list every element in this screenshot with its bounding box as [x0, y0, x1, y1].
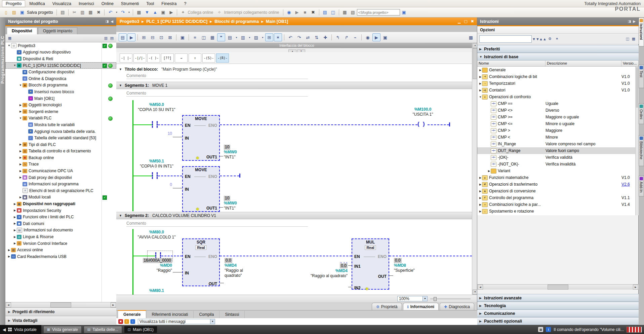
- cut-button[interactable]: ✂: [71, 9, 78, 16]
- box-subtitle[interactable]: Real: [195, 245, 206, 250]
- contact-address[interactable]: %M80.0: [149, 230, 164, 234]
- block-properties-button[interactable]: ▩: [467, 33, 475, 41]
- error-filter-icon[interactable]: ✖: [118, 319, 123, 324]
- message-filter-dropdown[interactable]: Visualizza tutti i messaggi ▼: [138, 319, 215, 324]
- block-title-row[interactable]: ▼ Titolo del blocco: "Main Program Sweep…: [116, 66, 472, 73]
- chevron-right-icon[interactable]: ▶: [19, 110, 22, 113]
- side-tab-ordini[interactable]: Ordini: [639, 103, 644, 124]
- in-value[interactable]: 0: [170, 182, 172, 187]
- contact-no-button[interactable]: -| |-: [120, 53, 132, 63]
- open-in-editor-button[interactable]: ▶: [127, 33, 135, 41]
- in2-address[interactable]: %MD4: [335, 268, 348, 273]
- section-istruzioni-avanzate[interactable]: ▶Istruzioni avanzate: [477, 294, 639, 302]
- instruction-row-contatori[interactable]: ▶+1ContatoriV1.0: [477, 87, 635, 94]
- inspector-tab-diagnostics[interactable]: ✚Diagnostica: [440, 303, 474, 310]
- chevron-right-icon[interactable]: ▶: [19, 163, 22, 166]
- chevron-right-icon[interactable]: ▶: [13, 235, 16, 238]
- collapse-icon[interactable]: ▼: [119, 68, 122, 71]
- reference-projects-bar[interactable]: ▶ Progetti di riferimento: [5, 307, 116, 316]
- chevron-right-icon[interactable]: ▶: [479, 183, 482, 186]
- split-horizontal-button[interactable]: ▤: [321, 9, 329, 16]
- scroll-left-icon[interactable]: ◀: [6, 302, 11, 307]
- insert-row-button[interactable]: ⊡: [157, 33, 165, 41]
- tree-item-informazioni-sul-documento[interactable]: ▶▤Informazioni sul documento: [5, 227, 116, 234]
- contact-address[interactable]: %M50.1: [149, 159, 164, 163]
- side-tab-test[interactable]: Test: [639, 65, 644, 88]
- device-overview-icon[interactable]: ▦: [7, 35, 13, 41]
- chevron-right-icon[interactable]: ▶: [19, 176, 22, 179]
- tree-item-card-reader-memoria-usb[interactable]: ▶▭Card Reader/memoria USB: [5, 253, 116, 260]
- tree-item-variabili-plc[interactable]: ▼▥Variabili PLC: [5, 115, 116, 122]
- menu-tool[interactable]: Tool: [143, 1, 157, 7]
- chevron-right-icon[interactable]: ▶: [13, 229, 16, 232]
- coil-address[interactable]: %M100.0: [414, 107, 432, 112]
- favorites-star-icon[interactable]: ✶: [554, 36, 560, 42]
- move1-out-label[interactable]: 10%MW0"INT1": [224, 145, 264, 160]
- project-search-input[interactable]: [357, 9, 400, 15]
- task-vista-generale[interactable]: ▦Vista generale: [43, 326, 82, 333]
- tree-item-oggetti-tecnologici[interactable]: ▶⚙Oggetti tecnologici: [5, 102, 116, 108]
- paste-button[interactable]: ▦: [87, 9, 94, 16]
- monitor-value[interactable]: 0.0: [394, 258, 402, 263]
- scroll-thumb[interactable]: [473, 48, 477, 79]
- in-address[interactable]: %MD0: [160, 263, 172, 268]
- move1-in-value[interactable]: 10: [153, 131, 172, 136]
- chevron-down-icon[interactable]: ▼: [479, 96, 482, 99]
- task-main-ob1-[interactable]: ◫Main (OB1): [124, 326, 157, 333]
- redo-step-button[interactable]: ↷: [295, 33, 303, 41]
- zoom-slider[interactable]: [430, 296, 471, 301]
- chevron-right-icon[interactable]: ▶: [19, 156, 22, 159]
- monitor-on-off-button[interactable]: ◉: [364, 33, 372, 41]
- search-down-icon[interactable]: ▼▼: [533, 36, 539, 42]
- segment2-title[interactable]: CALCOLO VOLUME CILINDRO V1: [152, 213, 216, 218]
- overview-toggle-button[interactable]: ▤: [119, 33, 127, 41]
- instruction-row-operazioni-di-conversione[interactable]: ▶AOperazioni di conversione: [477, 188, 635, 194]
- menu-finestra[interactable]: Finestra: [158, 1, 180, 7]
- expand-networks-button[interactable]: ⊞: [265, 33, 273, 41]
- collapse-panel-icon[interactable]: ◀: [111, 20, 113, 23]
- tree-item-plc-1-cpu-1215c-dc-dc-dc[interactable]: ▼▣PLC_1 [CPU 1215C DC/DC/DC]✓: [5, 62, 116, 69]
- tree-item-backup-online[interactable]: ▶▣Backup online: [5, 154, 116, 161]
- tree-item-dati-comuni[interactable]: ▶▣Dati comuni: [5, 220, 116, 227]
- tree-item-moduli-locali[interactable]: ▶▣Moduli locali✓: [5, 194, 116, 201]
- side-tab-biblioteche[interactable]: Biblioteche: [639, 135, 644, 166]
- redo-dropdown-icon[interactable]: ▼: [127, 9, 131, 16]
- tree-item-dispositivi-non-raggruppati[interactable]: ▶▦Dispositivi non raggruppati: [5, 200, 116, 207]
- inspector-tab-properties[interactable]: ⚙Proprietà: [372, 303, 402, 310]
- section-preferiti[interactable]: ▶ Preferiti: [477, 45, 639, 53]
- chevron-right-icon[interactable]: ▶: [479, 82, 482, 85]
- contact-nc-button[interactable]: -|/|-: [133, 53, 146, 63]
- chevron-right-icon[interactable]: ▶: [13, 242, 16, 245]
- tree-item-version-control-interface[interactable]: ▶◎Version Control Interface: [5, 240, 116, 247]
- contact-m80-1-label[interactable]: %M80.1: [136, 288, 177, 293]
- menu-online[interactable]: Online: [98, 1, 117, 7]
- tile-view-icon[interactable]: ▦: [631, 36, 637, 42]
- tree-item-tabella-delle-variabili-standard-53[interactable]: ✓Tabella delle variabili standard [53]: [5, 135, 116, 141]
- move-box-2[interactable]: MOVEENENOINOUT1∗: [182, 166, 220, 212]
- column-nome[interactable]: Nome: [477, 61, 546, 66]
- instruction-row-temporizzatori[interactable]: ▶◔TemporizzatoriV1.0: [477, 80, 635, 87]
- instruction-row-generale[interactable]: ▶Generale: [477, 67, 635, 73]
- tree-item-lingue-risorse[interactable]: ▶◎Lingue & Risorse: [5, 233, 116, 240]
- chevron-right-icon[interactable]: ▶: [19, 104, 22, 107]
- segment2-comment[interactable]: Commento: [126, 221, 146, 226]
- go-to-next-button[interactable]: ↱: [343, 33, 351, 41]
- instruction-row-operazioni-di-trasferimento[interactable]: ▶⇄Operazioni di trasferimentoV2.6: [477, 181, 635, 188]
- instruction-version[interactable]: V2.6: [621, 182, 630, 187]
- delete-row-button[interactable]: ⊠: [166, 33, 174, 41]
- out-name[interactable]: "Raggio al quadrato": [225, 268, 243, 278]
- move2-out-label[interactable]: 10%MW0"INT1": [224, 196, 264, 211]
- tree-item-configurazione-dispositivi[interactable]: ⚙Configurazione dispositivi: [5, 69, 116, 75]
- out-name[interactable]: "Superficie": [394, 268, 415, 273]
- reset-coil-button[interactable]: -(R)-: [216, 53, 229, 63]
- tree-item-online-diagnostica[interactable]: ◎Online & Diagnostica: [5, 75, 116, 82]
- instruction-row-combinazioni-logiche-di-bit[interactable]: ▶⊣Combinazioni logiche di bitV1.0: [477, 73, 635, 80]
- contact-m50-1-label[interactable]: %M50.1"COPIA 0 IN INT1": [131, 159, 182, 169]
- tree-item-accessi-online[interactable]: ▶▧Accessi online: [5, 247, 116, 253]
- tree-item-main-ob1[interactable]: ◼Main [OB1]: [5, 95, 116, 102]
- collapse-panel-icon[interactable]: ▶: [633, 20, 636, 23]
- monitor-value[interactable]: 10: [224, 145, 230, 150]
- move2-in-value[interactable]: 0: [153, 182, 172, 187]
- tree-item-comunicazione-opc-ua[interactable]: ▶◎Comunicazione OPC UA: [5, 168, 116, 174]
- monitor-all-button[interactable]: ▶: [372, 33, 380, 41]
